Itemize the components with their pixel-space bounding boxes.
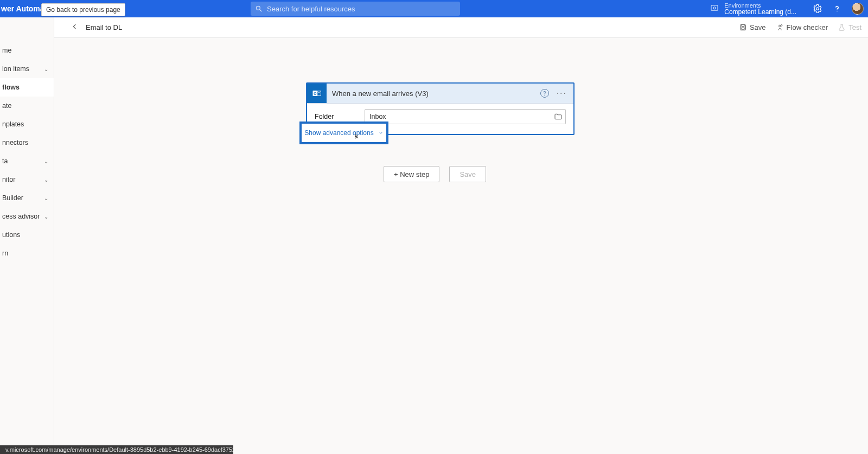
save-icon — [739, 23, 747, 31]
environment-picker[interactable]: Environments Competent Learning (d... — [710, 0, 796, 17]
svg-point-5 — [837, 11, 838, 12]
designer-canvas: O When a new email arrives (V3) ? ··· Fo… — [54, 38, 868, 454]
show-advanced-options[interactable]: Show advanced options — [304, 129, 383, 137]
chevron-down-icon: ⌄ — [44, 158, 48, 164]
svg-line-1 — [260, 10, 262, 12]
svg-point-8 — [778, 25, 781, 27]
help-icon[interactable] — [832, 4, 842, 14]
header-icons — [813, 0, 864, 17]
nav-monitor[interactable]: nitor⌄ — [0, 170, 54, 189]
search-icon — [255, 5, 263, 12]
folder-picker-icon[interactable] — [554, 112, 563, 123]
test-button[interactable]: Test — [838, 23, 861, 31]
trigger-help-icon[interactable]: ? — [540, 89, 549, 98]
save-label: Save — [750, 23, 766, 31]
svg-rect-2 — [711, 5, 718, 10]
svg-point-4 — [816, 8, 819, 10]
show-advanced-label: Show advanced options — [304, 129, 373, 137]
new-step-button[interactable]: + New step — [384, 166, 439, 182]
trigger-more-icon[interactable]: ··· — [557, 88, 567, 98]
chevron-down-icon — [378, 130, 384, 136]
app-title: wer Automa — [0, 4, 44, 13]
checker-icon — [776, 23, 784, 31]
chevron-down-icon: ⌄ — [44, 177, 48, 183]
back-tooltip: Go back to previous page — [41, 3, 125, 16]
outlook-icon: O — [307, 84, 327, 103]
trigger-title: When a new email arrives (V3) — [332, 89, 540, 98]
svg-point-0 — [256, 6, 260, 10]
chevron-down-icon: ⌄ — [44, 214, 48, 220]
show-advanced-highlight: Show advanced options — [299, 122, 388, 144]
command-bar: Email to DL Save Flow checker Test — [54, 17, 868, 38]
nav-process-advisor[interactable]: cess advisor⌄ — [0, 207, 54, 226]
nav-create[interactable]: ate — [0, 97, 54, 115]
back-arrow-icon[interactable] — [71, 22, 79, 33]
environment-icon — [710, 4, 719, 13]
nav-my-flows[interactable]: flows — [0, 78, 54, 97]
folder-label: Folder — [315, 113, 355, 120]
chevron-down-icon: ⌄ — [44, 66, 48, 72]
flask-icon — [838, 23, 846, 31]
search-input[interactable] — [267, 5, 430, 13]
svg-point-3 — [713, 7, 716, 9]
chevron-down-icon: ⌄ — [44, 195, 48, 201]
flow-title: Email to DL — [86, 23, 122, 31]
checker-label: Flow checker — [787, 23, 828, 31]
nav-action-items[interactable]: ion items⌄ — [0, 60, 54, 78]
settings-icon[interactable] — [813, 4, 822, 14]
user-avatar[interactable] — [852, 3, 864, 15]
nav-ai-builder[interactable]: Builder⌄ — [0, 189, 54, 207]
nav-templates[interactable]: nplates — [0, 115, 54, 133]
search-box[interactable] — [251, 2, 460, 16]
environment-name: Competent Learning (d... — [724, 9, 796, 15]
left-nav: me ion items⌄ flows ate nplates nnectors… — [0, 17, 54, 454]
svg-point-9 — [781, 25, 782, 27]
nav-home[interactable]: me — [0, 41, 54, 60]
flow-checker-button[interactable]: Flow checker — [776, 23, 828, 31]
save-button[interactable]: Save — [739, 23, 766, 31]
test-label: Test — [848, 23, 861, 31]
svg-rect-7 — [742, 28, 744, 29]
save-step-button[interactable]: Save — [449, 166, 486, 182]
nav-learn[interactable]: rn — [0, 244, 54, 263]
folder-input[interactable] — [365, 109, 566, 124]
trigger-header[interactable]: O When a new email arrives (V3) ? ··· — [307, 84, 573, 104]
nav-solutions[interactable]: utions — [0, 226, 54, 244]
top-bar: wer Automa Go back to previous page Envi… — [0, 0, 868, 17]
status-url: v.microsoft.com/manage/environments/Defa… — [0, 445, 233, 454]
svg-text:O: O — [314, 92, 316, 95]
step-buttons: + New step Save — [384, 166, 486, 182]
nav-connectors[interactable]: nnectors — [0, 133, 54, 152]
nav-data[interactable]: ta⌄ — [0, 152, 54, 170]
